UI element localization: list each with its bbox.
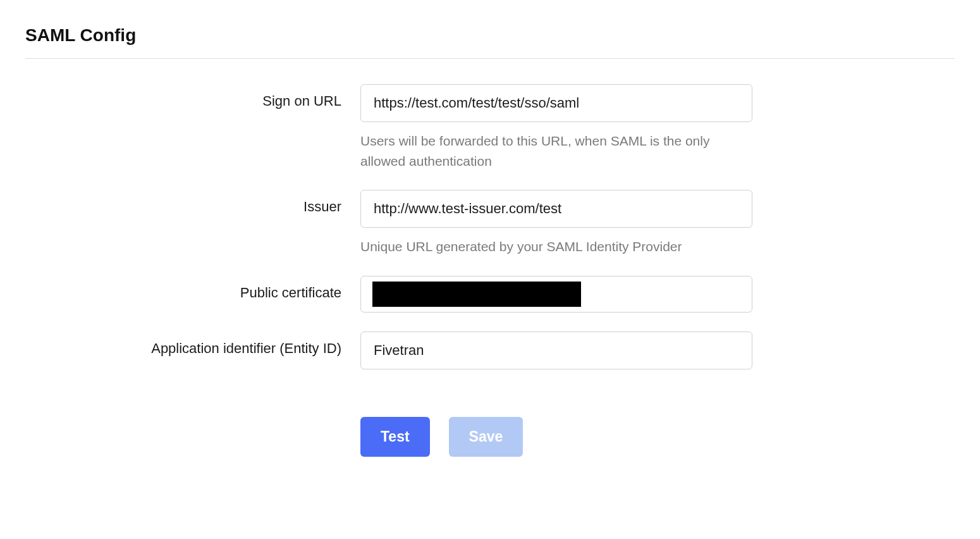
entity-id-row: Application identifier (Entity ID)	[25, 331, 955, 369]
public-certificate-label: Public certificate	[25, 276, 360, 301]
public-certificate-redacted	[372, 282, 581, 307]
issuer-input[interactable]	[360, 190, 752, 228]
public-certificate-row: Public certificate	[25, 276, 955, 313]
issuer-help: Unique URL generated by your SAML Identi…	[360, 237, 752, 257]
sign-on-url-help: Users will be forwarded to this URL, whe…	[360, 131, 752, 171]
save-button[interactable]: Save	[449, 417, 524, 457]
issuer-label: Issuer	[25, 190, 360, 215]
section-title: SAML Config	[25, 25, 955, 46]
sign-on-url-row: Sign on URL Users will be forwarded to t…	[25, 84, 955, 171]
sign-on-url-input[interactable]	[360, 84, 752, 122]
entity-id-input[interactable]	[360, 331, 752, 369]
sign-on-url-label: Sign on URL	[25, 84, 360, 109]
section-divider	[25, 58, 955, 59]
entity-id-label: Application identifier (Entity ID)	[25, 331, 360, 357]
public-certificate-input[interactable]	[360, 276, 752, 313]
issuer-row: Issuer Unique URL generated by your SAML…	[25, 190, 955, 257]
button-row-wrapper: Test Save	[25, 388, 955, 457]
test-button[interactable]: Test	[360, 417, 430, 457]
